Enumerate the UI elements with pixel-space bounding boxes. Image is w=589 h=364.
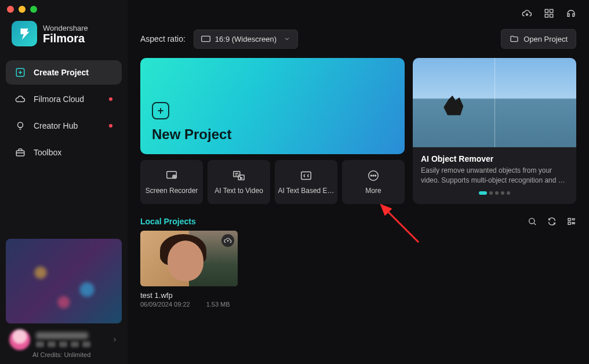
tool-label: AI Text to Video xyxy=(214,187,263,195)
brand-line2: Filmora xyxy=(43,32,88,44)
feature-title: AI Object Remover xyxy=(421,154,568,163)
cloud-upload-icon[interactable] xyxy=(221,234,234,247)
list-view-icon[interactable] xyxy=(567,217,576,226)
sidebar-item-label: Filmora Cloud xyxy=(34,94,84,104)
project-size: 1.53 MB xyxy=(206,301,230,308)
sidebar-item-toolbox[interactable]: Toolbox xyxy=(6,140,122,165)
refresh-icon[interactable] xyxy=(547,217,557,226)
sidebar-item-creator-hub[interactable]: Creator Hub xyxy=(6,114,122,138)
more-icon xyxy=(367,169,380,182)
headset-icon[interactable] xyxy=(566,8,576,19)
local-projects-actions xyxy=(528,217,576,226)
pager-dot[interactable] xyxy=(507,191,510,195)
svg-point-16 xyxy=(373,175,374,176)
sidebar-item-filmora-cloud[interactable]: Filmora Cloud xyxy=(6,87,122,111)
minimize-window-icon[interactable] xyxy=(19,6,26,13)
grid-icon[interactable] xyxy=(544,8,554,19)
topbar xyxy=(140,8,576,29)
maximize-window-icon[interactable] xyxy=(30,6,37,13)
user-badges xyxy=(36,341,106,347)
chevron-down-icon xyxy=(283,35,290,42)
feature-pager[interactable] xyxy=(413,191,576,201)
cc-icon xyxy=(300,169,312,182)
plus-icon: + xyxy=(152,102,169,119)
tool-label: More xyxy=(365,187,381,195)
avatar xyxy=(9,329,30,350)
cloud-download-icon[interactable] xyxy=(522,8,532,19)
open-project-label: Open Project xyxy=(523,35,568,43)
sidebar-item-label: Toolbox xyxy=(34,148,61,157)
chevron-right-icon xyxy=(111,336,118,343)
user-info xyxy=(36,332,106,347)
project-card[interactable]: test 1.wfp 06/09/2024 09:22 1.53 MB xyxy=(140,231,238,308)
svg-point-17 xyxy=(375,175,376,176)
aspect-ratio-label: Aspect ratio: xyxy=(140,34,186,43)
pager-dot[interactable] xyxy=(489,191,493,195)
sidebar: Wondershare Filmora Create Project Filmo… xyxy=(0,0,128,364)
pager-dot[interactable] xyxy=(501,191,504,195)
svg-point-10 xyxy=(174,176,175,177)
sidebar-item-label: Creator Hub xyxy=(34,121,78,130)
brand: Wondershare Filmora xyxy=(0,21,128,60)
feature-card[interactable]: AI Object Remover Easily remove unwanted… xyxy=(413,58,576,204)
svg-point-18 xyxy=(529,219,535,224)
widescreen-icon xyxy=(201,35,210,42)
pager-dot[interactable] xyxy=(479,191,487,195)
sidebar-nav: Create Project Filmora Cloud Creator Hub xyxy=(0,60,128,165)
screen-record-icon xyxy=(165,169,178,182)
svg-rect-5 xyxy=(545,14,548,17)
window-traffic-lights[interactable] xyxy=(7,6,37,13)
pager-dot[interactable] xyxy=(495,191,499,195)
svg-rect-13 xyxy=(301,172,311,180)
cloud-icon xyxy=(15,94,26,104)
tool-label: Screen Recorder xyxy=(146,187,198,195)
aspect-ratio-value: 16:9 (Widescreen) xyxy=(215,35,277,43)
plus-square-icon xyxy=(15,67,26,78)
project-thumbnail xyxy=(140,231,238,286)
toolbox-icon xyxy=(15,147,26,158)
ai-credits-label: AI Credits: Unlimited xyxy=(6,351,122,358)
close-window-icon[interactable] xyxy=(7,6,14,13)
feature-description: Easily remove unwanted objects from your… xyxy=(421,166,568,185)
project-name: test 1.wfp xyxy=(140,291,238,300)
user-row[interactable] xyxy=(6,323,122,352)
tool-label: AI Text Based E… xyxy=(278,187,334,195)
open-project-button[interactable]: Open Project xyxy=(501,29,576,49)
notification-dot-icon xyxy=(109,124,112,128)
project-meta: 06/09/2024 09:22 1.53 MB xyxy=(140,301,238,308)
svg-rect-20 xyxy=(568,222,570,224)
tool-screen-recorder[interactable]: Screen Recorder xyxy=(140,160,203,204)
feature-image xyxy=(413,58,576,147)
svg-rect-6 xyxy=(550,14,553,17)
notification-dot-icon xyxy=(109,97,112,101)
svg-rect-7 xyxy=(201,36,210,41)
svg-rect-4 xyxy=(550,9,553,12)
folder-icon xyxy=(510,34,519,43)
promo-banner[interactable] xyxy=(6,239,122,323)
main: Aspect ratio: 16:9 (Widescreen) Open Pro… xyxy=(128,0,589,364)
filmora-logo-icon xyxy=(12,21,37,46)
svg-rect-11 xyxy=(234,172,240,177)
bulb-icon xyxy=(15,121,26,131)
brand-text: Wondershare Filmora xyxy=(43,24,88,44)
tool-ai-text-to-video[interactable]: AI Text to Video xyxy=(208,160,270,204)
local-projects-title: Local Projects xyxy=(140,217,196,226)
svg-point-1 xyxy=(18,122,23,128)
sidebar-item-label: Create Project xyxy=(34,68,89,77)
aspect-ratio-select[interactable]: 16:9 (Widescreen) xyxy=(194,30,298,49)
sidebar-item-create-project[interactable]: Create Project xyxy=(6,60,122,85)
tool-grid: Screen Recorder AI Text to Video AI Text… xyxy=(140,160,405,204)
svg-rect-3 xyxy=(545,9,548,12)
search-icon[interactable] xyxy=(528,217,537,226)
new-project-label: New Project xyxy=(152,126,393,143)
user-name-blurred xyxy=(36,332,88,339)
project-date: 06/09/2024 09:22 xyxy=(140,301,190,308)
brand-line1: Wondershare xyxy=(43,24,88,32)
svg-point-15 xyxy=(370,175,372,176)
new-project-button[interactable]: + New Project xyxy=(140,58,405,154)
text-video-icon xyxy=(232,169,245,182)
svg-rect-19 xyxy=(568,219,570,221)
tool-more[interactable]: More xyxy=(342,160,405,204)
tool-ai-text-based-editing[interactable]: AI Text Based E… xyxy=(275,160,337,204)
